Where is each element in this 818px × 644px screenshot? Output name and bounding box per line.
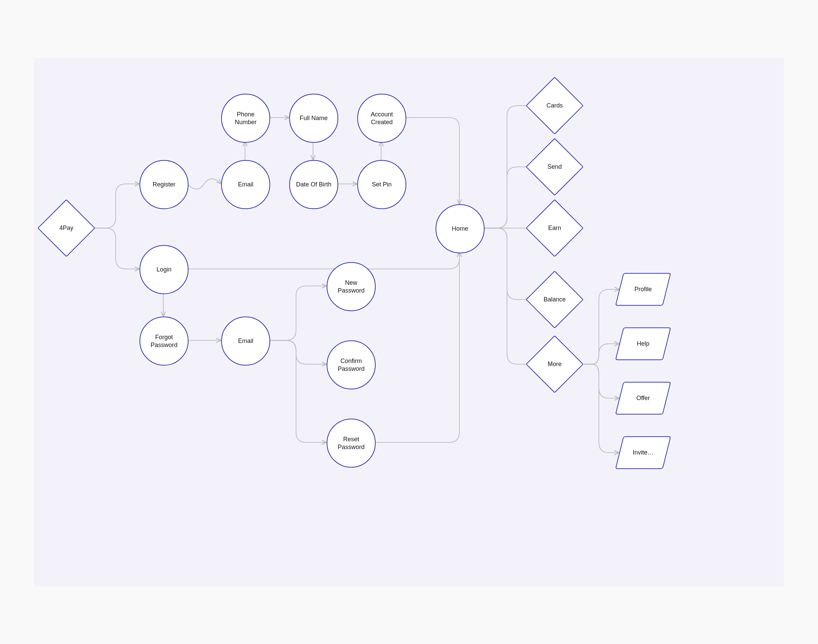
node-earn[interactable]: Earn	[534, 207, 575, 248]
node-invite-label: Invite…	[619, 436, 667, 469]
node-offer[interactable]: Offer	[619, 382, 667, 414]
node-email-forgot[interactable]: Email	[221, 316, 270, 365]
node-cards-label: Cards	[534, 85, 575, 126]
node-start-label: 4Pay	[46, 207, 87, 248]
node-forgot[interactable]: Forgot Password	[140, 316, 189, 365]
node-help[interactable]: Help	[619, 327, 667, 360]
node-balance[interactable]: Balance	[534, 279, 575, 320]
node-invite[interactable]: Invite…	[619, 436, 667, 469]
node-confirm-password[interactable]: Confirm Password	[327, 340, 376, 389]
node-help-label: Help	[619, 327, 667, 360]
node-register[interactable]: Register	[140, 160, 189, 209]
page-frame: 4Pay Register Login Forgot Password Emai…	[0, 0, 818, 644]
node-dob[interactable]: Date Of Birth	[289, 160, 338, 209]
node-login[interactable]: Login	[140, 245, 189, 294]
node-cards[interactable]: Cards	[534, 85, 575, 126]
node-balance-label: Balance	[534, 279, 575, 320]
node-offer-label: Offer	[619, 382, 667, 414]
node-setpin[interactable]: Set Pin	[357, 160, 406, 209]
edges-layer	[34, 58, 784, 586]
node-send-label: Send	[534, 146, 575, 187]
node-email-register[interactable]: Email	[221, 160, 270, 209]
node-earn-label: Earn	[534, 207, 575, 248]
node-fullname[interactable]: Full Name	[289, 94, 338, 143]
node-more-label: More	[534, 343, 575, 385]
node-new-password[interactable]: New Password	[327, 262, 376, 311]
node-profile[interactable]: Profile	[619, 273, 667, 305]
node-more[interactable]: More	[534, 343, 575, 385]
diagram-canvas: 4Pay Register Login Forgot Password Emai…	[34, 58, 784, 586]
node-profile-label: Profile	[619, 273, 667, 305]
node-send[interactable]: Send	[534, 146, 575, 187]
node-start[interactable]: 4Pay	[46, 207, 87, 248]
node-reset-password[interactable]: Reset Password	[327, 419, 376, 468]
node-account-created[interactable]: Account Created	[357, 94, 406, 143]
node-home[interactable]: Home	[436, 204, 485, 253]
node-phone[interactable]: Phone Number	[221, 94, 270, 143]
